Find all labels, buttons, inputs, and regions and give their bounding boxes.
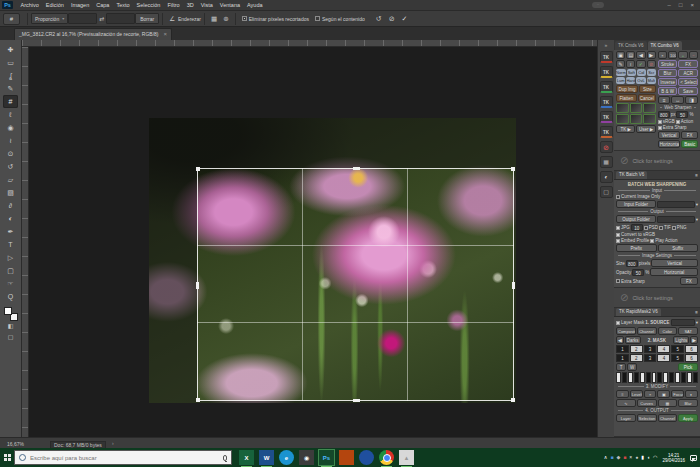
taskbar-app-icon[interactable] xyxy=(359,450,374,465)
mask-swatch[interactable] xyxy=(616,372,621,383)
combo-icon-button[interactable]: ⊘ xyxy=(647,60,656,68)
w-button[interactable]: W xyxy=(627,363,637,371)
blend-mode-button[interactable]: Hard xyxy=(626,77,635,84)
modify-button[interactable]: ◐ xyxy=(685,390,698,398)
blend-mode-button[interactable]: Norm xyxy=(616,69,626,76)
next-mask-button[interactable]: ▶ xyxy=(690,336,698,344)
mask-swatch[interactable] xyxy=(646,372,651,383)
mask-number-button[interactable]: 5 xyxy=(671,345,684,353)
blend-mode-button[interactable]: Mult xyxy=(647,77,656,84)
mask-number-button[interactable]: 2 xyxy=(630,345,643,353)
prefix-dropdown[interactable]: Prefix xyxy=(616,244,657,252)
combo-icon-button[interactable]: ◀ xyxy=(636,51,645,59)
straighten-button[interactable]: Enderezar xyxy=(178,16,201,22)
menu-item[interactable]: 3D xyxy=(183,0,197,10)
combo-misc-button[interactable]: ↔ xyxy=(671,96,684,104)
modify-button[interactable]: ▣ xyxy=(657,390,670,398)
play-action-checkbox[interactable] xyxy=(650,239,654,243)
tool-button[interactable]: ◐ xyxy=(3,212,18,225)
modify-button[interactable]: × xyxy=(644,390,657,398)
clear-button[interactable]: Borrar xyxy=(135,13,159,24)
mask-swatch[interactable] xyxy=(681,372,686,383)
tool-button[interactable]: ∂ xyxy=(3,199,18,212)
tool-button[interactable]: ▭ xyxy=(3,56,18,69)
tray-icon[interactable]: ∧ xyxy=(604,448,608,467)
menu-item[interactable]: Imagen xyxy=(67,0,92,10)
batch-settings-row[interactable]: ⊘ Click for settings xyxy=(614,288,700,308)
modify-button[interactable]: Levels xyxy=(630,390,643,398)
overlay-grid-icon[interactable]: ▦ xyxy=(208,15,220,23)
lights-dropdown[interactable]: Lights xyxy=(673,336,689,344)
taskbar-app-icon[interactable]: e xyxy=(279,450,294,465)
combo-action-button[interactable]: Inverse xyxy=(658,78,678,86)
mask-number-button[interactable]: 6 xyxy=(685,354,698,362)
prev-mask-button[interactable]: ◀ xyxy=(616,336,624,344)
tray-icon[interactable]: ■ xyxy=(623,448,626,467)
combo-icon-button[interactable]: ✓ xyxy=(636,60,645,68)
current-image-only-checkbox[interactable] xyxy=(616,195,620,199)
mask-swatch[interactable] xyxy=(628,372,633,383)
batch-fx-button[interactable]: FX xyxy=(680,277,698,285)
modify-button[interactable]: ∿ xyxy=(616,399,636,407)
batch-extra-sharp-checkbox[interactable] xyxy=(616,279,620,283)
output-button[interactable]: Apply xyxy=(678,414,698,422)
panel-icon[interactable]: TK xyxy=(600,81,613,93)
taskbar-search[interactable] xyxy=(14,450,232,465)
tab-tk-combo[interactable]: TK Combo V6 xyxy=(648,41,682,50)
pick-button[interactable]: Pick xyxy=(678,363,698,371)
crop-handle[interactable] xyxy=(353,399,360,402)
menu-item[interactable]: Archivo xyxy=(17,0,42,10)
batch-vertical-button[interactable]: Vertical xyxy=(651,259,698,267)
sharpen-amount-value[interactable]: 50 xyxy=(676,111,688,118)
tool-button[interactable]: ℓ xyxy=(3,108,18,121)
mask-number-button[interactable]: 5 xyxy=(671,354,684,362)
quick-mask-button[interactable]: ◧ xyxy=(3,321,18,332)
minimize-button[interactable]: – xyxy=(668,0,671,10)
tray-icon[interactable]: ◠ xyxy=(653,448,657,467)
menu-item[interactable]: Capa xyxy=(93,0,113,10)
combo-action-button[interactable]: B & W xyxy=(658,87,678,95)
restore-button[interactable]: □ xyxy=(679,0,683,10)
action-checkbox[interactable] xyxy=(676,120,680,124)
color-swatches[interactable] xyxy=(4,307,18,321)
photo-flowers[interactable] xyxy=(149,118,516,403)
swap-dimensions-icon[interactable]: ⇄ xyxy=(99,15,104,22)
mask-swatch[interactable] xyxy=(622,372,627,383)
tool-button[interactable]: ✎ xyxy=(3,82,18,95)
action-thumbnail[interactable] xyxy=(630,114,643,124)
modify-button[interactable]: ▦ xyxy=(658,399,678,407)
action-thumbnail[interactable] xyxy=(616,103,629,113)
tool-button[interactable]: ▢ xyxy=(3,264,18,277)
zoom-control-button[interactable]: 100% xyxy=(668,51,677,59)
mask-number-button[interactable]: 1 xyxy=(616,345,629,353)
panel-icon[interactable]: ⊘ xyxy=(600,141,613,153)
action-thumbnail[interactable] xyxy=(630,103,643,113)
status-options-arrow[interactable]: › xyxy=(112,440,114,446)
convert-srgb-checkbox[interactable] xyxy=(616,233,620,237)
mask-number-button[interactable]: 1 xyxy=(616,354,629,362)
taskbar-app-icon[interactable]: X xyxy=(239,450,254,465)
jpg-quality-value[interactable]: 10 xyxy=(631,224,643,231)
reset-crop-icon[interactable]: ↺ xyxy=(376,15,382,23)
taskbar-app-icon[interactable]: Ps xyxy=(319,450,334,465)
source-button[interactable]: Channel xyxy=(637,327,657,335)
suffix-dropdown[interactable]: Suffix xyxy=(658,244,699,252)
tool-button[interactable]: ⊙ xyxy=(3,147,18,160)
crop-handle[interactable] xyxy=(196,282,199,289)
tool-button[interactable]: ✚ xyxy=(3,43,18,56)
tool-button[interactable]: ✒ xyxy=(3,225,18,238)
tif-checkbox[interactable] xyxy=(659,226,663,230)
mask-number-button[interactable]: 6 xyxy=(685,345,698,353)
crop-marquee[interactable] xyxy=(197,168,514,401)
mask-number-button[interactable]: 3 xyxy=(644,345,657,353)
mask-swatch[interactable] xyxy=(652,372,657,383)
tk-menu-button[interactable]: TK ▶ xyxy=(616,125,635,133)
tab-tk-rapidmask[interactable]: TK RapidMask2 V6 xyxy=(616,308,661,316)
commit-crop-icon[interactable]: ✓ xyxy=(402,15,408,23)
menu-item[interactable]: Ayuda xyxy=(244,0,267,10)
combo-action-button[interactable]: Blur xyxy=(658,69,678,77)
tool-button[interactable]: T xyxy=(3,238,18,251)
mask-swatch[interactable] xyxy=(669,372,674,383)
panel-icon[interactable]: TK xyxy=(600,126,613,138)
delete-cropped-pixels-checkbox[interactable]: Eliminar píxeles recortados xyxy=(242,16,309,22)
